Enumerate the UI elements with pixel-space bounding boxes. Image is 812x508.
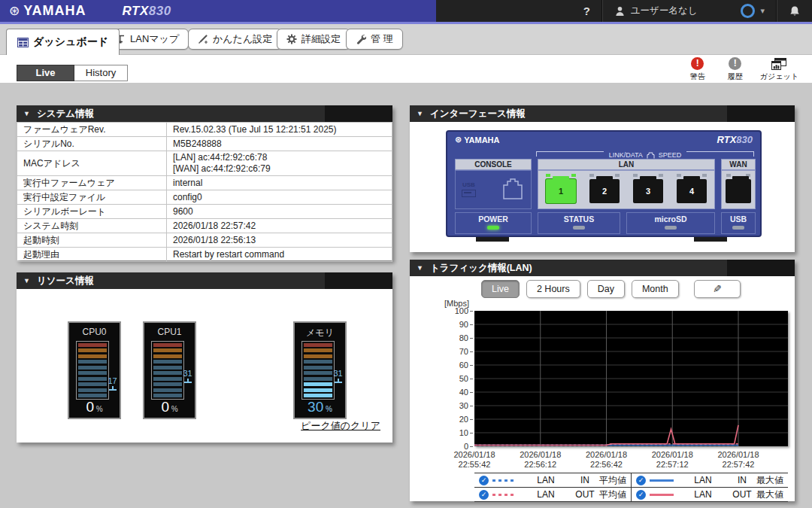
y-tick-label: 60 [440,361,468,370]
history-toggle-button[interactable]: History [74,65,128,81]
tab-label: ダッシュボード [33,35,108,49]
wrench-icon [356,34,366,44]
legend-stat: 平均値 [599,474,626,487]
y-tick-label: 20 [440,415,468,424]
legend-line-sample [650,494,674,496]
legend-checkbox[interactable]: ✓ [636,476,646,485]
tab-management[interactable]: 管 理 [346,29,403,50]
edit-graph-button[interactable]: ✎ [694,280,741,298]
alert-button[interactable]: ! 警告 [685,57,710,82]
top-bar-actions: ? ユーザー名なし ▾ [572,0,812,22]
clear-peak-link[interactable]: ピーク値のクリア [301,419,380,433]
user-menu[interactable]: ユーザー名なし [603,0,730,22]
gear-icon [286,34,297,44]
collapse-icon: ▼ [417,110,423,117]
lan-section-label: LAN [538,159,715,170]
resource-info-panel: ▼ リソース情報 CPU0170 %CPU1310 %メモリ3130 % ピーク… [17,272,392,443]
legend-interface: LAN [521,489,571,500]
legend-checkbox[interactable]: ✓ [479,490,489,500]
legend-item: ✓LANIN平均値 [474,473,632,487]
gadget-label: ガジェット [760,71,798,82]
legend-direction: IN [728,475,756,485]
table-row: 起動時刻2026/01/18 22:56:13 [17,233,392,248]
y-tick-label: 100 [440,307,468,315]
brand-area: ⊛ YAMAHA RTX830 [0,0,436,22]
gauge-value: 30 % [295,399,345,415]
gauge-title: CPU0 [69,327,120,337]
panel-title: リソース情報 [37,275,94,287]
interface-info-panel: ▼ インターフェース情報 ⊛ YAMAHA RTX830 LINK/DATA S… [410,105,795,252]
history-log-button[interactable]: ! 履歴 [723,57,748,82]
tab-dashboard[interactable]: ダッシュボード [6,29,120,55]
gauge-peak-marker: 17 [106,377,119,391]
row-label: 起動時刻 [17,233,167,248]
row-label: 実行中設定ファイル [17,190,167,205]
resource-info-header[interactable]: ▼ リソース情報 [17,272,392,289]
notifications-button[interactable] [777,0,812,22]
legend-checkbox[interactable]: ✓ [636,490,646,500]
table-row: シリアルNo.M5B248888 [17,137,392,151]
auto-refresh-control[interactable]: ▾ [729,0,776,22]
speed-label: SPEED [659,151,682,159]
tab-advanced-settings[interactable]: 詳細設定 [277,29,350,50]
gauge-peak-marker: 31 [332,370,344,383]
panel-header-accent [325,272,392,289]
range-buttons: Live2 HoursDayMonth [481,280,679,298]
gauge-peak-marker: 31 [181,370,194,383]
traffic-info-panel: ▼ トラフィック情報(LAN) Live2 HoursDayMonth ✎ [M… [410,260,795,501]
row-label: シリアルボーレート [17,205,167,219]
top-bar: ⊛ YAMAHA RTX830 ? ユーザー名なし ▾ [0,0,812,22]
magic-wand-icon [198,34,208,44]
row-label: 実行中ファームウェア [17,176,167,190]
indicator-POWER: POWER [455,212,532,234]
gauge-CPU1: CPU1310 % [143,321,196,419]
panel-header-accent [727,260,795,276]
pencil-icon: ✎ [713,283,722,295]
row-value: 2026/01/18 22:57:42 [167,219,392,233]
indicator-USB: USB [721,212,756,234]
user-name-label: ユーザー名なし [631,5,719,17]
yamaha-logo-icon: ⊛ [9,0,20,22]
row-value: 9600 [167,205,392,219]
lan-port-1: 1 [543,173,579,205]
port-glyph-icon [647,152,655,159]
collapse-icon: ▼ [23,277,30,284]
gauge-value: 0 % [144,399,195,415]
x-tick-label: 2026/01/1822:56:12 [511,450,571,470]
help-button[interactable]: ? [572,0,601,22]
range-button-live[interactable]: Live [481,280,520,298]
legend-checkbox[interactable]: ✓ [479,476,489,485]
legend-interface: LAN [678,489,728,500]
link-data-bracket: LINK/DATA SPEED [536,151,754,157]
system-info-header[interactable]: ▼ システム情報 [17,105,392,122]
system-info-panel: ▼ システム情報 ファームウェアRev.Rev.15.02.33 (Tue Ju… [17,105,392,260]
gadget-button[interactable]: ガジェット [760,57,798,82]
range-button-2-hours[interactable]: 2 Hours [526,280,580,298]
row-value: M5B248888 [167,137,392,151]
y-tick-label: 40 [440,388,468,397]
row-label: システム時刻 [17,219,167,233]
brand-text: YAMAHA [23,3,86,19]
quick-actions: ! 警告 ! 履歴 ガジェット [685,57,798,82]
tab-label: 管 理 [371,32,393,46]
router-model: RTX830 [717,134,753,145]
range-button-day[interactable]: Day [587,280,625,298]
interface-info-header[interactable]: ▼ インターフェース情報 [410,105,795,122]
row-label: シリアルNo. [17,137,167,151]
wan-section-label: WAN [721,159,756,170]
traffic-info-header[interactable]: ▼ トラフィック情報(LAN) [410,260,795,276]
range-button-month[interactable]: Month [632,280,679,298]
tab-label: 詳細設定 [301,32,341,46]
live-toggle-button[interactable]: Live [17,65,74,81]
indicator-microSD: microSD [626,212,715,234]
gauge-title: CPU1 [144,327,195,337]
panel-header-accent [727,105,795,122]
lan-port-4: 4 [674,173,710,205]
tab-easy-setup[interactable]: かんたん設定 [188,29,282,50]
legend-direction: OUT [728,489,756,500]
table-row: 実行中ファームウェアinternal [17,176,392,190]
rtx830-dashboard: ⊛ YAMAHA RTX830 ? ユーザー名なし ▾ ダッシュボード [0,0,812,508]
table-row: シリアルボーレート9600 [17,205,392,219]
gauge-meter [76,341,109,400]
panel-header-accent [325,105,392,122]
